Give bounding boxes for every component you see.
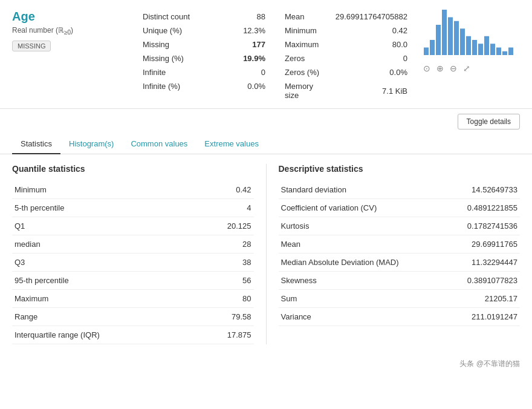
- quantile-label: Minimum: [12, 181, 195, 199]
- svg-rect-5: [454, 21, 459, 55]
- descriptive-value: 29.69911765: [445, 235, 520, 254]
- quantile-row: Interquartile range (IQR) 17.875: [12, 326, 254, 344]
- svg-rect-8: [472, 40, 477, 55]
- pan-icon[interactable]: ⤢: [463, 64, 470, 73]
- tab-histograms[interactable]: Histogram(s): [60, 134, 122, 154]
- quantile-table: Minimum 0.42 5-th percentile 4 Q1 20.125…: [12, 181, 254, 344]
- stat-label: Infinite (%): [139, 79, 210, 93]
- quantile-value: 17.875: [195, 326, 253, 344]
- stat-label: Maximum: [281, 38, 332, 51]
- quantile-row: Minimum 0.42: [12, 181, 254, 199]
- tab-common-values[interactable]: Common values: [122, 134, 196, 154]
- page-wrapper: Age Real number (ℝ≥0) MISSING Distinct c…: [0, 0, 532, 374]
- svg-rect-4: [448, 18, 453, 56]
- descriptive-value: 211.0191247: [445, 308, 520, 326]
- quantile-title: Quantile statistics: [12, 164, 254, 174]
- stat-value: 80.0: [332, 38, 411, 51]
- right-stats-row: Mean 29.69911764705882: [281, 10, 411, 24]
- variable-name: Age: [12, 10, 133, 24]
- svg-rect-0: [424, 48, 429, 56]
- quantile-label: Range: [12, 308, 195, 326]
- quantile-value: 79.58: [195, 308, 253, 326]
- descriptive-row: Kurtosis 0.1782741536: [279, 217, 521, 235]
- descriptive-row: Sum 21205.17: [279, 290, 521, 308]
- descriptive-value: 14.52649733: [445, 181, 520, 199]
- zoom-reset-icon[interactable]: ⊙: [423, 64, 430, 73]
- descriptive-value: 0.3891077823: [445, 272, 520, 290]
- stat-label: Mean: [281, 10, 332, 24]
- missing-badge: MISSING: [12, 41, 51, 51]
- svg-rect-1: [430, 40, 435, 55]
- svg-rect-3: [442, 10, 447, 55]
- descriptive-label: Kurtosis: [279, 217, 446, 235]
- tab-statistics[interactable]: Statistics: [12, 134, 60, 154]
- watermark: 头条 @不靠谱的猫: [0, 354, 532, 374]
- descriptive-row: Mean 29.69911765: [279, 235, 521, 254]
- stat-label: Minimum: [281, 24, 332, 38]
- tabs-row: Statistics Histogram(s) Common values Ex…: [0, 134, 532, 154]
- quantile-value: 4: [195, 199, 253, 217]
- stat-label: Missing: [139, 38, 210, 51]
- right-stats: Mean 29.69911764705882 Minimum 0.42 Maxi…: [275, 10, 417, 102]
- stat-label: Zeros: [281, 51, 332, 65]
- column-divider: [266, 164, 267, 344]
- stat-value: 29.69911764705882: [332, 10, 411, 24]
- quantile-row: Maximum 80: [12, 290, 254, 308]
- quantile-row: 5-th percentile 4: [12, 199, 254, 217]
- descriptive-value: 11.32294447: [445, 254, 520, 272]
- right-stats-row: Maximum 80.0: [281, 38, 411, 51]
- descriptive-title: Descriptive statistics: [279, 164, 521, 174]
- right-stats-row: Zeros 0: [281, 51, 411, 65]
- svg-rect-12: [496, 48, 501, 56]
- svg-rect-14: [508, 48, 513, 56]
- quantile-value: 0.42: [195, 181, 253, 199]
- histogram-controls: ⊙ ⊕ ⊖ ⤢: [423, 60, 520, 73]
- quantile-row: Range 79.58: [12, 308, 254, 326]
- stat-value: 0.0%: [210, 79, 269, 93]
- tab-extreme-values[interactable]: Extreme values: [196, 134, 267, 154]
- histogram-chart: [423, 10, 514, 58]
- quantile-label: Q3: [12, 254, 195, 272]
- zoom-in-icon[interactable]: ⊕: [436, 64, 444, 73]
- svg-rect-2: [436, 25, 441, 55]
- svg-rect-9: [478, 44, 483, 55]
- stat-value: 19.9%: [210, 51, 269, 65]
- descriptive-table: Standard deviation 14.52649733 Coefficie…: [279, 181, 521, 326]
- descriptive-value: 21205.17: [445, 290, 520, 308]
- descriptive-col: Descriptive statistics Standard deviatio…: [279, 164, 521, 344]
- quantile-value: 20.125: [195, 217, 253, 235]
- stat-label: Zeros (%): [281, 65, 332, 79]
- stat-label: Unique (%): [139, 24, 210, 38]
- stats-section: Quantile statistics Minimum 0.42 5-th pe…: [0, 154, 532, 354]
- stat-value: 0.42: [332, 24, 411, 38]
- quantile-value: 28: [195, 235, 253, 254]
- variable-type: Real number (ℝ≥0): [12, 26, 133, 36]
- svg-rect-11: [490, 44, 495, 55]
- descriptive-label: Median Absolute Deviation (MAD): [279, 254, 446, 272]
- descriptive-label: Mean: [279, 235, 446, 254]
- right-stats-row: Zeros (%) 0.0%: [281, 65, 411, 79]
- stat-label: Missing (%): [139, 51, 210, 65]
- middle-stats: Distinct count 88 Unique (%) 12.3% Missi…: [133, 10, 275, 102]
- quantile-value: 56: [195, 272, 253, 290]
- stat-label: Infinite: [139, 65, 210, 79]
- stat-value: 177: [210, 38, 269, 51]
- middle-stats-row: Unique (%) 12.3%: [139, 24, 269, 38]
- stat-value: 0: [332, 51, 411, 65]
- stat-label: Memory size: [281, 79, 332, 102]
- stat-value: 7.1 KiB: [332, 79, 411, 102]
- middle-stats-row: Missing (%) 19.9%: [139, 51, 269, 65]
- svg-rect-7: [466, 36, 471, 55]
- descriptive-label: Standard deviation: [279, 181, 446, 199]
- middle-stats-row: Infinite (%) 0.0%: [139, 79, 269, 93]
- descriptive-row: Skewness 0.3891077823: [279, 272, 521, 290]
- quantile-row: Q1 20.125: [12, 217, 254, 235]
- quantile-label: Interquartile range (IQR): [12, 326, 195, 344]
- quantile-label: median: [12, 235, 195, 254]
- svg-rect-13: [502, 51, 507, 55]
- descriptive-label: Skewness: [279, 272, 446, 290]
- middle-stats-row: Missing 177: [139, 38, 269, 51]
- toggle-details-button[interactable]: Toggle details: [458, 114, 520, 129]
- zoom-out-icon[interactable]: ⊖: [450, 64, 457, 73]
- descriptive-value: 0.1782741536: [445, 217, 520, 235]
